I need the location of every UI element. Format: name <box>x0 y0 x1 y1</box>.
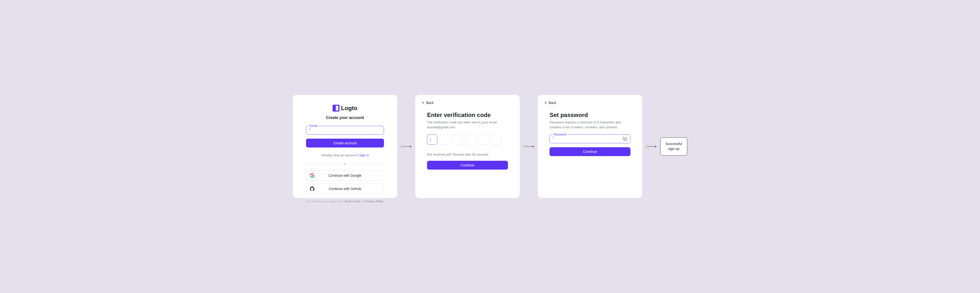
password-input-wrapper: Password <box>549 135 630 143</box>
email-label: Email <box>309 124 318 128</box>
github-signin-button[interactable]: Continue with GitHub <box>306 184 384 194</box>
logo-text: Logto <box>341 105 357 112</box>
back-button[interactable]: Back <box>544 101 556 105</box>
code-digit-2[interactable] <box>440 135 450 145</box>
page-title: Enter verification code <box>427 112 508 119</box>
flow-arrow-icon <box>401 145 412 148</box>
chevron-left-icon <box>421 101 425 105</box>
page-title: Create your account <box>326 116 364 120</box>
page-title: Set password <box>549 112 630 119</box>
divider: or <box>306 162 384 165</box>
chevron-left-icon <box>544 101 547 105</box>
flow-arrow-icon <box>646 145 657 148</box>
create-account-card: Logto Create your account Email Create a… <box>293 95 397 198</box>
password-card: Back Set password Password requires a mi… <box>538 95 642 198</box>
password-label: Password <box>552 133 568 136</box>
code-input-group <box>427 135 508 145</box>
google-icon <box>310 173 315 178</box>
eye-off-icon[interactable] <box>623 136 627 141</box>
verification-card: Back Enter verification code The verific… <box>415 95 520 198</box>
code-digit-3[interactable] <box>453 135 463 145</box>
terms-link[interactable]: Terms of Use <box>344 200 360 203</box>
signup-flow-diagram: Logto Create your account Email Create a… <box>293 95 687 198</box>
code-digit-4[interactable] <box>465 135 476 145</box>
logo: Logto <box>332 105 357 112</box>
github-icon <box>310 186 315 191</box>
continue-button[interactable]: Continue <box>549 147 630 156</box>
resend-text: Not received yet? Resend after 59 second… <box>427 153 508 156</box>
create-account-button[interactable]: Create account <box>306 139 384 147</box>
google-signin-button[interactable]: Continue with Google <box>306 170 384 181</box>
password-description: Password requires a minimum of 8 charact… <box>549 120 630 130</box>
code-digit-1[interactable] <box>427 135 438 145</box>
logto-icon <box>332 105 339 112</box>
success-box: Successful sign-up <box>660 138 687 155</box>
verification-description: The verification code has been sent to y… <box>427 120 508 130</box>
email-input-wrapper: Email <box>306 126 384 135</box>
signin-prompt: Already have an account? Sign in <box>321 154 369 157</box>
back-button[interactable]: Back <box>421 101 434 105</box>
code-digit-6[interactable] <box>491 135 501 145</box>
code-digit-5[interactable] <box>478 135 488 145</box>
signin-link[interactable]: Sign in <box>359 154 369 157</box>
continue-button[interactable]: Continue <box>427 161 508 169</box>
privacy-link[interactable]: Privacy Policy <box>366 200 383 203</box>
terms-text: By continuing, you agree to the Terms of… <box>306 200 384 203</box>
flow-arrow-icon <box>523 145 534 148</box>
